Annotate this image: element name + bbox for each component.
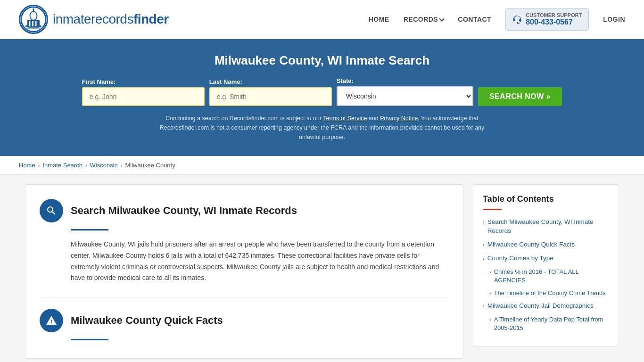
toc-chevron-0: ›	[483, 219, 485, 226]
logo-icon	[19, 5, 48, 34]
toc-item-1[interactable]: › Milwaukee County Quick Facts	[483, 240, 609, 249]
toc-sub-chevron-2: ›	[489, 316, 491, 323]
toc-chevron-1: ›	[483, 241, 485, 248]
logo-wordmark: inmaterecordsfinder	[53, 12, 169, 27]
toc-sub-chevron-1: ›	[489, 290, 491, 297]
search-form: First Name: Last Name: State: Wisconsin …	[19, 77, 625, 106]
magnify-icon	[46, 205, 57, 216]
toc-chevron-2: ›	[483, 255, 485, 262]
breadcrumb-current: Milwaukee County	[125, 162, 175, 169]
last-name-group: Last Name:	[209, 78, 332, 106]
last-name-input[interactable]	[209, 87, 332, 106]
records-dropdown-icon	[439, 16, 445, 21]
sidebar: Table of Contents › Search Milwaukee Cou…	[473, 184, 619, 359]
terms-link[interactable]: Terms of Service	[323, 115, 367, 122]
svg-rect-9	[28, 26, 39, 28]
nav-login[interactable]: LOGIN	[603, 16, 625, 23]
toc-item-0[interactable]: › Search Milwaukee County, WI Inmate Rec…	[483, 218, 609, 236]
svg-rect-6	[29, 21, 31, 26]
first-name-label: First Name:	[82, 78, 116, 85]
breadcrumb-inmate-search[interactable]: Inmate Search	[42, 162, 83, 169]
breadcrumb-wisconsin[interactable]: Wisconsin	[90, 162, 118, 169]
search-section-icon	[40, 199, 63, 222]
first-name-input[interactable]	[82, 87, 205, 106]
section-divider	[40, 297, 449, 297]
first-name-group: First Name:	[82, 78, 205, 106]
headphone-icon	[512, 15, 522, 24]
toc-item-3[interactable]: › Milwaukee County Jail Demographics	[483, 302, 609, 311]
toc-sub-chevron-0: ›	[489, 269, 491, 276]
nav-contact[interactable]: CONTACT	[458, 16, 491, 23]
breadcrumb-sep-3: ›	[121, 163, 123, 168]
svg-point-3	[33, 8, 34, 10]
main-nav: HOME RECORDS CONTACT CUSTOMER SUPPORT 80…	[369, 8, 625, 31]
toc-subitem-1[interactable]: › The Timeline of the County Crime Trend…	[489, 289, 609, 297]
toc-underline	[483, 209, 502, 210]
last-name-label: Last Name:	[209, 78, 242, 85]
hero-disclaimer: Conducting a search on Recordsfinder.com…	[157, 114, 487, 142]
section2-underline	[71, 339, 108, 340]
breadcrumb-sep-2: ›	[85, 163, 87, 168]
support-box[interactable]: CUSTOMER SUPPORT 800-433-0567	[505, 8, 589, 31]
search-button[interactable]: SEARCH NOW »	[478, 87, 562, 106]
main-content: Search Milwaukee County, WI Inmate Recor…	[16, 184, 628, 359]
state-label: State:	[337, 77, 354, 84]
support-info: CUSTOMER SUPPORT 800-433-0567	[526, 12, 582, 26]
breadcrumb: Home › Inmate Search › Wisconsin › Milwa…	[0, 156, 644, 175]
section1-body: Milwaukee County, WI jails hold prisoner…	[71, 239, 449, 284]
nav-home[interactable]: HOME	[369, 16, 389, 23]
section1-underline	[71, 229, 108, 230]
nav-records[interactable]: RECORDS	[404, 16, 444, 23]
toc-box: Table of Contents › Search Milwaukee Cou…	[473, 184, 619, 346]
logo[interactable]: inmaterecordsfinder	[19, 5, 169, 34]
toc-subitem-0[interactable]: › Crimes % in 2016 - TOTAL ALL AGENCIES	[489, 268, 609, 285]
toc-chevron-3: ›	[483, 303, 485, 310]
privacy-link[interactable]: Privacy Notice	[380, 115, 418, 122]
hero-section: Milwaukee County, WI Inmate Search First…	[0, 39, 644, 156]
warning-icon	[46, 315, 57, 326]
section2-title: Milwaukee County Quick Facts	[71, 314, 223, 327]
section1-header: Search Milwaukee County, WI Inmate Recor…	[40, 199, 449, 222]
svg-rect-7	[32, 21, 33, 26]
site-header: inmaterecordsfinder HOME RECORDS CONTACT…	[0, 0, 644, 39]
state-group: State: Wisconsin Alabama Alaska Arizona	[337, 77, 473, 106]
toc-item-2[interactable]: › County Crimes by Type	[483, 254, 609, 263]
svg-rect-10	[26, 28, 41, 29]
section2-header: Milwaukee County Quick Facts	[40, 309, 449, 332]
quickfacts-section-icon	[40, 309, 63, 332]
breadcrumb-home[interactable]: Home	[19, 162, 35, 169]
toc-subitem-2[interactable]: › A Timeline of Yearly Data Pop Total fr…	[489, 315, 609, 332]
content-area: Search Milwaukee County, WI Inmate Recor…	[25, 184, 463, 359]
section1-title: Search Milwaukee County, WI Inmate Recor…	[71, 205, 297, 217]
toc-title: Table of Contents	[483, 194, 609, 204]
svg-rect-8	[35, 21, 37, 26]
hero-title: Milwaukee County, WI Inmate Search	[19, 53, 625, 68]
breadcrumb-sep-1: ›	[38, 163, 40, 168]
state-select[interactable]: Wisconsin Alabama Alaska Arizona	[337, 86, 473, 106]
